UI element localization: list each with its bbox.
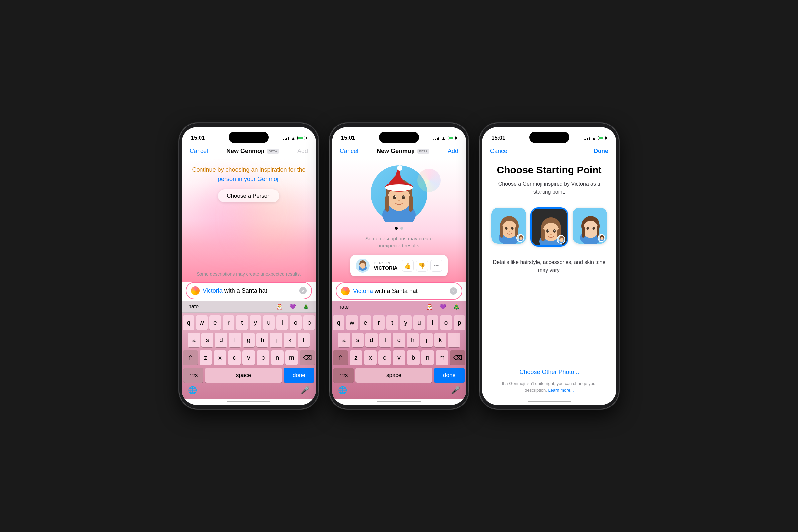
key-y[interactable]: y	[250, 315, 261, 330]
key-d[interactable]: d	[215, 333, 227, 347]
cancel-button-2[interactable]: Cancel	[340, 148, 358, 155]
done-button-3[interactable]: Done	[593, 148, 608, 155]
key-n[interactable]: n	[271, 350, 284, 365]
suggestion-emoji-2-3[interactable]: 🎄	[453, 304, 459, 310]
key-r-2[interactable]: r	[373, 315, 385, 330]
choose-other-button[interactable]: Choose Other Photo...	[491, 369, 607, 376]
choose-person-button[interactable]: Choose a Person	[218, 189, 279, 203]
avatar-option-3[interactable]	[573, 208, 607, 244]
key-a[interactable]: a	[188, 333, 200, 347]
key-d-2[interactable]: d	[365, 333, 377, 347]
key-t[interactable]: t	[236, 315, 248, 330]
key-x[interactable]: x	[214, 350, 226, 365]
key-o-2[interactable]: o	[440, 315, 452, 330]
key-u[interactable]: u	[263, 315, 274, 330]
mic-icon-2[interactable]: 🎤	[451, 386, 460, 395]
input-text-2[interactable]: Victoria with a Santa hat	[353, 288, 446, 294]
person-name-highlight-1: Victoria	[203, 287, 223, 294]
suggestion-emoji-2-1[interactable]: 🎅	[426, 304, 433, 310]
suggestion-emoji-3[interactable]: 🎄	[303, 303, 309, 309]
svg-point-37	[520, 237, 523, 241]
key-y-2[interactable]: y	[400, 315, 412, 330]
globe-icon-1[interactable]: 🌐	[188, 386, 197, 395]
key-e[interactable]: e	[209, 315, 221, 330]
suggestions-1: hate 🎅 💜 🎄	[182, 301, 316, 312]
avatar-option-2[interactable]	[531, 208, 568, 246]
clear-button-1[interactable]: ✕	[299, 287, 307, 294]
svg-point-11	[398, 200, 400, 202]
key-b[interactable]: b	[257, 350, 269, 365]
key-r[interactable]: r	[223, 315, 234, 330]
suggestion-emoji-2[interactable]: 💜	[289, 303, 296, 309]
thumbs-up-button[interactable]: 👍	[402, 260, 414, 272]
key-l[interactable]: l	[298, 333, 309, 347]
svg-point-50	[550, 234, 552, 235]
key-i-2[interactable]: i	[426, 315, 438, 330]
input-text-1[interactable]: Victoria with a Santa hat	[203, 287, 296, 294]
key-123[interactable]: 123	[183, 368, 204, 383]
clear-button-2[interactable]: ✕	[450, 287, 457, 294]
choose-title: Choose Starting Point	[491, 164, 607, 176]
learn-more-link[interactable]: Learn more...	[548, 388, 573, 393]
more-options-button[interactable]: •••	[430, 260, 442, 272]
key-a-2[interactable]: a	[338, 333, 350, 347]
home-indicator-1	[227, 401, 270, 402]
key-h-2[interactable]: h	[407, 333, 419, 347]
globe-icon-2[interactable]: 🌐	[338, 386, 347, 395]
key-s[interactable]: s	[202, 333, 213, 347]
text-input-2[interactable]: Victoria with a Santa hat ✕	[336, 282, 462, 300]
key-k-2[interactable]: k	[434, 333, 446, 347]
key-delete-2[interactable]: ⌫	[450, 350, 465, 365]
suggestion-emoji-2-2[interactable]: 💜	[440, 304, 446, 310]
text-input-1[interactable]: Victoria with a Santa hat ✕	[186, 282, 312, 299]
key-f-2[interactable]: f	[379, 333, 391, 347]
add-button-2[interactable]: Add	[448, 148, 458, 155]
key-w[interactable]: w	[196, 315, 208, 330]
suggestion-emoji-1[interactable]: 🎅	[276, 303, 283, 309]
key-o[interactable]: o	[290, 315, 301, 330]
phone-2-screen: 15:01 ▲	[332, 127, 466, 405]
cancel-button-3[interactable]: Cancel	[490, 148, 509, 155]
key-space-2[interactable]: space	[356, 368, 432, 383]
avatar-option-1[interactable]	[491, 208, 526, 244]
key-c[interactable]: c	[228, 350, 241, 365]
key-v[interactable]: v	[242, 350, 255, 365]
key-l-2[interactable]: l	[448, 333, 460, 347]
key-z[interactable]: z	[200, 350, 212, 365]
key-space[interactable]: space	[205, 368, 282, 383]
key-f[interactable]: f	[229, 333, 241, 347]
key-s-2[interactable]: s	[352, 333, 364, 347]
key-h[interactable]: h	[256, 333, 268, 347]
svg-point-66	[588, 228, 588, 228]
key-j-2[interactable]: j	[420, 333, 432, 347]
key-w-2[interactable]: w	[346, 315, 358, 330]
key-123-2[interactable]: 123	[334, 368, 354, 383]
key-e-2[interactable]: e	[360, 315, 372, 330]
mic-icon-1[interactable]: 🎤	[301, 386, 309, 395]
status-time-1: 15:01	[191, 135, 205, 141]
key-t-2[interactable]: t	[386, 315, 398, 330]
key-p-2[interactable]: p	[454, 315, 465, 330]
key-q-2[interactable]: q	[333, 315, 344, 330]
key-q[interactable]: q	[183, 315, 194, 330]
thumbs-down-button[interactable]: 👎	[416, 260, 428, 272]
key-g-2[interactable]: g	[393, 333, 405, 347]
svg-point-48	[548, 230, 548, 231]
key-k[interactable]: k	[284, 333, 296, 347]
key-j[interactable]: j	[270, 333, 282, 347]
key-p[interactable]: p	[303, 315, 315, 330]
emoji-result-area	[371, 165, 427, 222]
key-done-1[interactable]: done	[284, 368, 314, 383]
key-m[interactable]: m	[285, 350, 298, 365]
key-shift-2[interactable]: ⇧	[333, 350, 348, 365]
cancel-button-1[interactable]: Cancel	[190, 148, 208, 155]
key-delete[interactable]: ⌫	[300, 350, 315, 365]
key-shift[interactable]: ⇧	[183, 350, 198, 365]
key-i[interactable]: i	[276, 315, 288, 330]
key-u-2[interactable]: u	[413, 315, 425, 330]
person-card-2[interactable]: PERSON VICTORIA 👍 👎 •••	[350, 255, 447, 276]
key-g[interactable]: g	[243, 333, 255, 347]
dynamic-island-2	[379, 132, 419, 143]
add-button-1[interactable]: Add	[297, 148, 308, 155]
key-done-2[interactable]: done	[434, 368, 464, 383]
